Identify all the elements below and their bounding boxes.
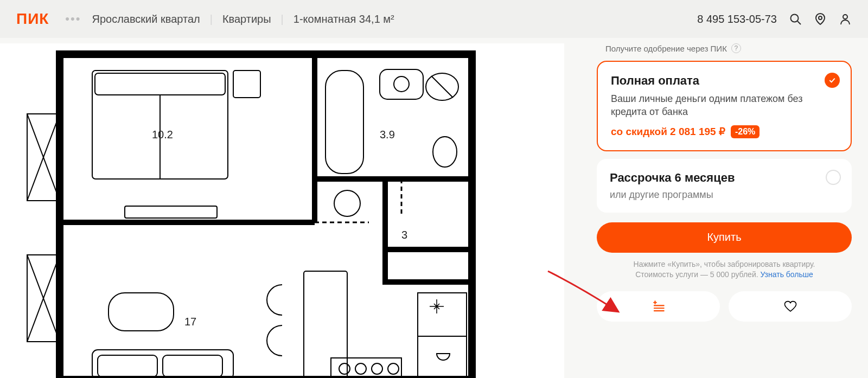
buy-button[interactable]: Купить <box>597 222 852 253</box>
payment-option-installment[interactable]: Рассрочка 6 месяцев или другие программы <box>597 159 852 213</box>
approval-hint: Получите одобрение через ПИК ? <box>597 41 852 61</box>
buy-hint-line1: Нажмите «Купить», чтобы забронировать кв… <box>634 260 815 268</box>
svg-rect-33 <box>163 355 222 377</box>
svg-rect-30 <box>108 293 174 331</box>
compare-icon <box>652 299 666 313</box>
phone-number[interactable]: 8 495 153-05-73 <box>697 13 777 25</box>
header: ПИК ••• Ярославский квартал | Квартиры |… <box>0 0 868 38</box>
svg-point-2 <box>819 16 822 20</box>
svg-point-38 <box>339 363 350 374</box>
room-area-living: 17 <box>184 316 196 328</box>
favorite-button[interactable] <box>729 291 852 322</box>
breadcrumb-unit[interactable]: 1-комнатная 34,1 м² <box>293 13 394 25</box>
svg-rect-35 <box>418 293 467 378</box>
svg-point-29 <box>334 190 360 216</box>
svg-rect-19 <box>95 73 225 95</box>
svg-point-39 <box>355 363 366 374</box>
option-full-title: Полная оплата <box>611 74 838 88</box>
option-full-discount: со скидкой 2 081 195 ₽ -26% <box>611 125 838 138</box>
svg-point-3 <box>843 15 847 19</box>
breadcrumb-separator: | <box>210 13 213 25</box>
search-icon[interactable] <box>789 12 802 25</box>
option-installment-subtitle: или другие программы <box>610 189 839 201</box>
floorplan[interactable]: 10.2 3.9 3 17 <box>0 43 564 378</box>
room-area-bathroom: 3.9 <box>380 129 395 140</box>
learn-more-link[interactable]: Узнать больше <box>761 270 813 279</box>
more-menu-icon[interactable]: ••• <box>65 12 81 26</box>
breadcrumb: Ярославский квартал | Квартиры | 1-комна… <box>92 13 394 25</box>
payment-option-full[interactable]: Полная оплата Ваши личные деньги одним п… <box>597 61 852 151</box>
svg-rect-23 <box>326 71 363 174</box>
svg-rect-24 <box>380 69 423 99</box>
breadcrumb-separator: | <box>281 13 284 25</box>
svg-line-1 <box>797 21 801 24</box>
heart-icon <box>783 299 797 313</box>
option-installment-title: Рассрочка 6 месяцев <box>610 171 839 185</box>
room-area-hall: 3 <box>401 229 407 241</box>
buy-hint-line2: Стоимость услуги — 5 000 рублей. <box>635 270 760 279</box>
svg-point-28 <box>433 137 457 167</box>
svg-point-0 <box>791 15 799 22</box>
discount-badge: -26% <box>731 125 760 138</box>
svg-point-25 <box>394 76 409 92</box>
logo[interactable]: ПИК <box>16 10 49 28</box>
svg-rect-21 <box>125 206 217 218</box>
discount-amount: со скидкой 2 081 195 ₽ <box>611 125 725 138</box>
radio-checked-icon <box>825 73 840 88</box>
svg-rect-22 <box>233 71 260 98</box>
action-row <box>597 291 852 322</box>
compare-button[interactable] <box>597 291 720 322</box>
approval-hint-text: Получите одобрение через ПИК <box>605 44 727 53</box>
user-icon[interactable] <box>839 12 852 25</box>
radio-empty-icon <box>826 170 841 185</box>
svg-point-40 <box>372 363 382 374</box>
floorplan-container: 10.2 3.9 3 17 <box>0 38 597 378</box>
svg-line-27 <box>431 76 453 98</box>
svg-rect-32 <box>98 355 157 377</box>
svg-point-41 <box>388 363 399 374</box>
breadcrumb-project[interactable]: Ярославский квартал <box>92 13 200 25</box>
header-right: 8 495 153-05-73 <box>697 12 852 25</box>
help-icon[interactable]: ? <box>731 43 741 53</box>
buy-hint: Нажмите «Купить», чтобы забронировать кв… <box>597 259 852 280</box>
location-icon[interactable] <box>814 12 827 25</box>
room-area-bedroom: 10.2 <box>152 129 173 140</box>
svg-rect-9 <box>385 249 472 282</box>
breadcrumb-section[interactable]: Квартиры <box>222 13 271 25</box>
svg-rect-34 <box>304 271 347 378</box>
side-panel: Получите одобрение через ПИК ? Полная оп… <box>597 38 868 378</box>
svg-rect-4 <box>60 54 472 378</box>
option-full-subtitle: Ваши личные деньги одним платежом без кр… <box>611 92 838 119</box>
main: 10.2 3.9 3 17 Получите одобрение через П… <box>0 38 868 378</box>
